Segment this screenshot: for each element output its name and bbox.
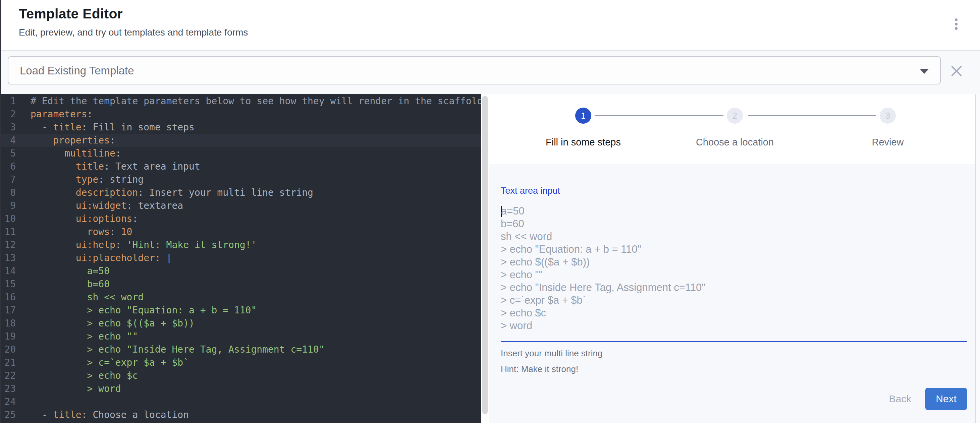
code-line[interactable]: 8 description: Insert your multi line st…	[1, 186, 481, 199]
code-line[interactable]: 21 > c=`expr $a + $b`	[1, 356, 481, 369]
code-text: ui:options:	[22, 212, 138, 225]
line-number: 2	[1, 108, 22, 120]
code-line[interactable]: 20 > echo "Inside Here Tag, Assignment c…	[1, 343, 481, 356]
step-indicator: 1	[575, 108, 591, 124]
code-text: - title: Choose a location	[22, 408, 189, 421]
code-line[interactable]: 12 ui:help: 'Hint: Make it strong!'	[1, 238, 481, 251]
main-split: 1# Edit the template parameters below to…	[1, 94, 980, 423]
code-text: description: Insert your multi line stri…	[22, 186, 313, 199]
line-number: 11	[1, 225, 22, 238]
more-options-button[interactable]	[953, 17, 959, 31]
code-text: ui:widget: textarea	[22, 199, 183, 212]
page-header: Template Editor Edit, preview, and try o…	[1, 0, 980, 51]
code-line[interactable]: 23 > word	[1, 382, 481, 395]
textarea-placeholder-line: > echo "Inside Here Tag, Assignment c=11…	[501, 281, 967, 294]
template-form-preview: 1Fill in some steps2Choose a location3Re…	[488, 94, 975, 423]
kebab-menu-icon	[955, 23, 958, 25]
chevron-down-icon[interactable]	[920, 69, 929, 74]
textarea-placeholder-line: > echo $c	[501, 307, 967, 319]
code-line[interactable]: 13 ui:placeholder: |	[1, 251, 481, 265]
textarea-placeholder-line: > echo "Equation: a + b = 110"	[501, 243, 967, 256]
code-text: multiline:	[22, 147, 121, 160]
close-icon[interactable]	[949, 64, 964, 78]
code-line[interactable]: 6 title: Text area input	[1, 160, 481, 173]
line-number: 13	[1, 251, 22, 265]
code-line[interactable]: 7 type: string	[1, 173, 481, 186]
step-indicator: 3	[880, 108, 896, 124]
line-number: 1	[1, 95, 22, 108]
editor-scrollbar[interactable]	[481, 94, 488, 423]
line-number: 6	[1, 160, 22, 173]
code-line[interactable]: 22 > echo $c	[1, 369, 481, 382]
line-number: 20	[1, 343, 22, 356]
field-label: Text area input	[501, 186, 967, 196]
code-text: b=60	[22, 277, 110, 291]
line-number: 16	[1, 291, 22, 304]
code-line[interactable]: 15 b=60	[1, 277, 481, 291]
line-number: 22	[1, 369, 22, 382]
step-indicator: 2	[727, 108, 743, 124]
line-number: 5	[1, 147, 22, 160]
code-text: a=50	[22, 265, 110, 277]
code-text: # Edit the template parameters below to …	[22, 95, 481, 108]
line-number: 12	[1, 238, 22, 251]
load-template-placeholder: Load Existing Template	[20, 57, 134, 84]
code-text: > echo "Inside Here Tag, Assignment c=11…	[22, 343, 325, 356]
code-line[interactable]: 14 a=50	[1, 265, 481, 277]
template-loader-bar: Load Existing Template	[1, 51, 980, 94]
line-number: 10	[1, 212, 22, 225]
code-text: > c=`expr $a + $b`	[22, 356, 189, 369]
wizard-buttons: Back Next	[880, 388, 967, 410]
page-scrollbar-track[interactable]	[975, 94, 980, 423]
scrollbar-thumb[interactable]	[482, 96, 488, 414]
code-text: type: string	[22, 173, 143, 186]
code-line[interactable]: 19 > echo ""	[1, 330, 481, 343]
code-line[interactable]: 25 - title: Choose a location	[1, 408, 481, 421]
line-number: 3	[1, 120, 22, 134]
kebab-menu-icon	[955, 19, 958, 21]
code-text: sh << word	[22, 291, 143, 304]
code-text: rows: 10	[22, 225, 132, 238]
code-line[interactable]: 11 rows: 10	[1, 225, 481, 238]
text-cursor	[501, 206, 502, 217]
code-line[interactable]: 10 ui:options:	[1, 212, 481, 225]
textarea-placeholder-line: sh << word	[501, 230, 967, 243]
step-label: Fill in some steps	[516, 137, 650, 148]
code-line[interactable]: 3 - title: Fill in some steps	[1, 120, 481, 134]
code-text: parameters:	[22, 108, 92, 120]
code-text: properties:	[22, 134, 115, 147]
code-line[interactable]: 4 properties:	[1, 134, 481, 147]
line-number: 7	[1, 173, 22, 186]
line-number: 24	[1, 395, 22, 408]
textarea-placeholder-line: a=50	[501, 205, 967, 217]
code-line[interactable]: 9 ui:widget: textarea	[1, 199, 481, 212]
textarea-placeholder-line: > echo ""	[501, 268, 967, 281]
textarea-placeholder-line: > echo $(($a + $b))	[501, 256, 967, 268]
code-line[interactable]: 2parameters:	[1, 108, 481, 120]
page-title: Template Editor	[19, 6, 980, 22]
line-number: 18	[1, 317, 22, 330]
line-number: 4	[1, 134, 22, 147]
step-connector-line	[748, 115, 876, 116]
code-line[interactable]: 5 multiline:	[1, 147, 481, 160]
code-line[interactable]: 18 > echo $(($a + $b))	[1, 317, 481, 330]
line-number: 21	[1, 356, 22, 369]
code-line[interactable]: 16 sh << word	[1, 291, 481, 304]
code-text: ui:help: 'Hint: Make it strong!'	[22, 238, 256, 251]
form-step-card: Text area input a=50b=60sh << word> echo…	[488, 164, 975, 423]
code-line[interactable]: 24	[1, 395, 481, 408]
code-line[interactable]: 1# Edit the template parameters below to…	[1, 95, 481, 108]
code-text: > word	[22, 382, 121, 395]
code-editor[interactable]: 1# Edit the template parameters below to…	[1, 94, 481, 423]
code-text: title: Text area input	[22, 160, 200, 173]
multiline-textarea[interactable]: a=50b=60sh << word> echo "Equation: a + …	[501, 205, 967, 342]
load-template-select[interactable]: Load Existing Template	[8, 56, 941, 84]
code-line[interactable]: 17 > echo "Equation: a + b = 110"	[1, 304, 481, 317]
line-number: 9	[1, 199, 22, 212]
textarea-placeholder-line: > word	[501, 319, 967, 332]
textarea-placeholder-line: > c=`expr $a + $b`	[501, 294, 967, 307]
step-label: Review	[821, 137, 955, 148]
back-button[interactable]: Back	[880, 388, 921, 409]
next-button[interactable]: Next	[925, 388, 967, 410]
code-text: ui:placeholder: |	[22, 251, 172, 265]
